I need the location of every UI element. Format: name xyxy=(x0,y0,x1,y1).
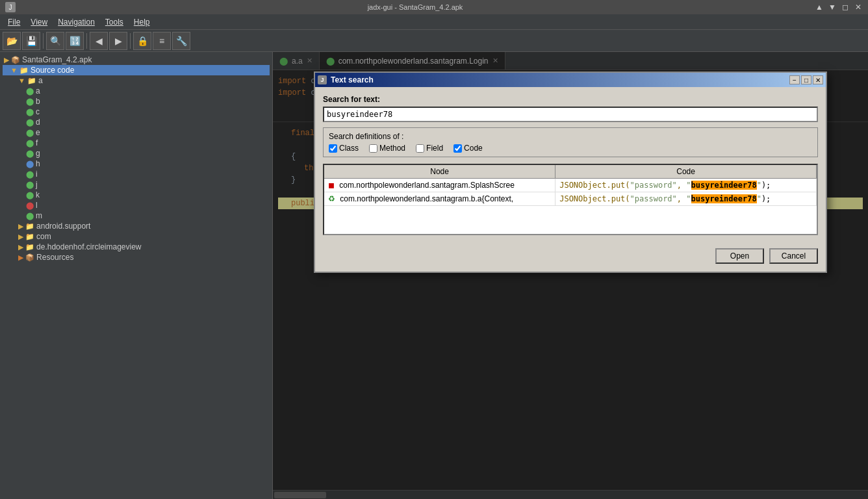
cancel-button[interactable]: Cancel xyxy=(769,248,818,264)
result-row-2-highlight: busyreindeer78 xyxy=(691,194,757,203)
open-button[interactable]: 📂 xyxy=(3,32,21,50)
tree-item-d[interactable]: ⬤ d xyxy=(3,117,270,127)
minimize-button[interactable]: ▲ xyxy=(815,3,824,12)
tree-item-i-icon: ⬤ xyxy=(26,170,34,179)
left-panel: ▶ 📦 SantaGram_4.2.apk ▼ 📁 Source code ▼ … xyxy=(0,52,273,499)
checkbox-field[interactable]: Field xyxy=(416,144,443,153)
tree-folder-a[interactable]: ▼ 📁 a xyxy=(3,75,270,86)
open-button[interactable]: Open xyxy=(715,248,764,264)
tree-item-f[interactable]: ⬤ f xyxy=(3,138,270,148)
tree-de-hdodenhof[interactable]: ▶ 📁 de.hdodenhof.circleimageview xyxy=(3,242,270,252)
tree-item-g-icon: ⬤ xyxy=(26,149,34,158)
tree-folder-a-label: a xyxy=(38,76,43,85)
dialog-close[interactable]: ✕ xyxy=(813,75,823,84)
tree-root-label: SantaGram_4.2.apk xyxy=(22,55,92,64)
tree-item-i[interactable]: ⬤ i xyxy=(3,169,270,179)
menu-bar: File View Navigation Tools Help xyxy=(0,14,868,30)
dialog-maximize[interactable]: □ xyxy=(801,75,811,84)
col-node: Node xyxy=(324,165,555,179)
tree-item-l-icon: ⬤ xyxy=(26,201,34,210)
results-table-container[interactable]: Node Code ◼ com.northpolewonderland.sant… xyxy=(323,164,818,235)
tree-item-h-icon: ⬤ xyxy=(26,160,34,168)
modal-overlay: J Text search − □ ✕ Search for text: xyxy=(273,52,868,499)
search-button[interactable]: 🔍 xyxy=(46,32,64,50)
dialog-body: Search for text: Search definitions of :… xyxy=(315,87,826,243)
tree-de-icon: ▶ 📁 xyxy=(18,243,34,251)
checkbox-method-label: Method xyxy=(379,144,405,153)
checkbox-class-input[interactable] xyxy=(329,144,337,153)
search-input[interactable] xyxy=(323,107,818,122)
tree-resources[interactable]: ▶ 📦 Resources xyxy=(3,252,270,262)
checkbox-method-input[interactable] xyxy=(369,144,377,153)
list-button[interactable]: ≡ xyxy=(153,32,171,50)
tree-item-c[interactable]: ⬤ c xyxy=(3,107,270,117)
tree-resources-icon: ▶ 📦 xyxy=(18,253,34,262)
result-row-1-code: JSONObject.put("password", "busyreindeer… xyxy=(555,179,817,192)
separator-2 xyxy=(86,33,87,49)
tree-item-d-icon: ⬤ xyxy=(26,118,34,127)
tree-item-l[interactable]: ⬤ l xyxy=(3,200,270,211)
window-controls: ▲ ▼ ◻ ✕ xyxy=(815,3,863,12)
tree-source-icon: ▼ 📁 xyxy=(10,66,29,75)
tree-item-h[interactable]: ⬤ h xyxy=(3,159,270,169)
result-row-1-node: ◼ com.northpolewonderland.santagram.Spla… xyxy=(324,179,555,192)
title-bar-icon: J xyxy=(5,2,16,12)
checkbox-method[interactable]: Method xyxy=(369,144,405,153)
tree-folder-a-icon: ▼ 📁 xyxy=(18,77,36,85)
col-code: Code xyxy=(555,165,817,179)
forward-button[interactable]: ▶ xyxy=(109,32,127,50)
checkbox-code[interactable]: Code xyxy=(453,144,483,153)
tree-source-label: Source code xyxy=(31,66,74,75)
checkbox-field-label: Field xyxy=(426,144,443,153)
result-row-1[interactable]: ◼ com.northpolewonderland.santagram.Spla… xyxy=(324,179,817,192)
dialog-title-controls: − □ ✕ xyxy=(789,75,823,84)
result-row-2[interactable]: ♻ com.northpolewonderland.santagram.b.a{… xyxy=(324,192,817,206)
result-row-2-node: ♻ com.northpolewonderland.santagram.b.a{… xyxy=(324,192,555,206)
toolbar: 📂 💾 🔍 🔢 ◀ ▶ 🔒 ≡ 🔧 xyxy=(0,30,868,52)
tree-com[interactable]: ▶ 📁 com xyxy=(3,231,270,242)
checkbox-code-input[interactable] xyxy=(453,144,462,153)
title-bar: J jadx-gui - SantaGram_4.2.apk ▲ ▼ ◻ ✕ xyxy=(0,0,868,14)
search-defs-title: Search definitions of : xyxy=(329,132,812,141)
checkboxes: Class Method Field xyxy=(329,144,812,153)
menu-tools[interactable]: Tools xyxy=(100,16,129,28)
tree-item-m[interactable]: ⬤ m xyxy=(3,211,270,221)
tree-item-a1-icon: ⬤ xyxy=(26,87,34,96)
tree-root[interactable]: ▶ 📦 SantaGram_4.2.apk xyxy=(3,55,270,65)
window-title: jadx-gui - SantaGram_4.2.apk xyxy=(16,3,815,11)
tree-item-b[interactable]: ⬤ b xyxy=(3,96,270,107)
save-button[interactable]: 💾 xyxy=(22,32,40,50)
menu-navigation[interactable]: Navigation xyxy=(53,16,100,28)
dialog-title: Text search xyxy=(331,75,374,84)
line-numbers-button[interactable]: 🔢 xyxy=(66,32,84,50)
back-button[interactable]: ◀ xyxy=(90,32,108,50)
menu-help[interactable]: Help xyxy=(129,16,155,28)
settings-button[interactable]: 🔧 xyxy=(172,32,190,50)
tree-item-a1[interactable]: ⬤ a xyxy=(3,86,270,96)
tree-root-icon: ▶ 📦 xyxy=(4,56,20,64)
restore-button[interactable]: ◻ xyxy=(841,3,850,12)
tree-item-k[interactable]: ⬤ k xyxy=(3,190,270,200)
main-layout: ▶ 📦 SantaGram_4.2.apk ▼ 📁 Source code ▼ … xyxy=(0,52,868,499)
tree-source-code[interactable]: ▼ 📁 Source code xyxy=(3,65,270,75)
tree-item-e-icon: ⬤ xyxy=(26,129,34,137)
tree-android-support[interactable]: ▶ 📁 android.support xyxy=(3,221,270,231)
checkbox-field-input[interactable] xyxy=(416,144,424,153)
dialog-title-bar: J Text search − □ ✕ xyxy=(315,73,826,87)
search-defs-box: Search definitions of : Class Method xyxy=(323,127,818,157)
result-row-2-code: JSONObject.put("password", "busyreindeer… xyxy=(555,192,817,206)
menu-view[interactable]: View xyxy=(25,16,53,28)
checkbox-class[interactable]: Class xyxy=(329,144,359,153)
right-panel: ⬤ a.a ✕ ⬤ com.northpolewonderland.santag… xyxy=(273,52,868,499)
lock-button[interactable]: 🔒 xyxy=(133,32,151,50)
results-table: Node Code ◼ com.northpolewonderland.sant… xyxy=(324,165,817,206)
result-row-1-highlight: busyreindeer78 xyxy=(691,181,757,190)
checkbox-class-label: Class xyxy=(339,144,359,153)
tree-item-e[interactable]: ⬤ e xyxy=(3,127,270,138)
tree-item-g[interactable]: ⬤ g xyxy=(3,148,270,159)
maximize-button[interactable]: ▼ xyxy=(828,3,837,12)
dialog-minimize[interactable]: − xyxy=(789,75,800,84)
close-button[interactable]: ✕ xyxy=(854,3,863,12)
menu-file[interactable]: File xyxy=(3,16,25,28)
tree-item-j[interactable]: ⬤ j xyxy=(3,179,270,190)
